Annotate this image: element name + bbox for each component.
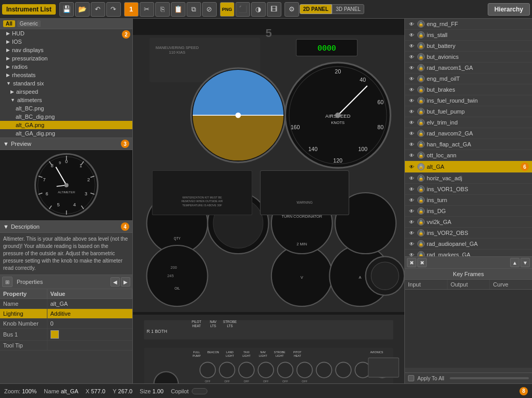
film-button[interactable]: 🎞	[267, 2, 281, 17]
tree-item-radios[interactable]: ▶ radios	[0, 63, 132, 71]
props-val-knob[interactable]: 0	[47, 319, 132, 329]
tree-item-standard-six[interactable]: ▼ standard six	[0, 79, 132, 88]
eye-icon-eng-rnd-ff[interactable]: 👁	[408, 20, 415, 28]
preview-header[interactable]: ▼ Preview 3	[0, 138, 132, 150]
hier-item-rad-navcom1-ga[interactable]: 👁 🔒 rad_navcom1_GA	[405, 63, 532, 73]
hier-item-han-flap[interactable]: 👁 🔒 han_flap_act_GA	[405, 139, 532, 150]
tree-item-airspeed[interactable]: ▶ airspeed	[0, 88, 132, 96]
tree-item-alt-ga-dig[interactable]: alt_GA_dig.png	[0, 129, 132, 138]
tree-item-altimeters[interactable]: ▼ altimeters	[0, 96, 132, 104]
hierarchy-list[interactable]: 👁 🔒 eng_rnd_FF 👁 🔒 ins_stall 👁 🔒 but_bat…	[405, 19, 532, 256]
svg-text:ALTIMETER: ALTIMETER	[57, 191, 75, 194]
hier-item-ins-turn[interactable]: 👁 🔒 ins_turn	[405, 195, 532, 206]
hier-item-but-fuel-pump[interactable]: 👁 🔒 but_fuel_pump	[405, 106, 532, 117]
props-next-button[interactable]: ▶	[121, 277, 130, 287]
hier-item-horiz-vac[interactable]: 👁 🔒 horiz_vac_adj	[405, 173, 532, 184]
hier-up-button[interactable]: ▲	[510, 258, 519, 267]
svg-rect-111	[368, 358, 399, 377]
svg-text:1: 1	[79, 163, 82, 168]
hier-item-vvi2k-ga[interactable]: 👁 🔒 vvi2k_GA	[405, 217, 532, 228]
tree-item-hud[interactable]: ▶ HUD	[0, 29, 132, 38]
hier-delete-left-button[interactable]: ✖	[407, 258, 416, 267]
tree-item-alt-bc-dig[interactable]: alt_BC_dig.png	[0, 113, 132, 121]
hier-item-but-avionics[interactable]: 👁 🔒 but_avionics	[405, 52, 532, 63]
duplicate-button[interactable]: ⧉	[187, 2, 201, 17]
props-row-knob: Knob Number 0	[0, 319, 132, 329]
hier-item-rad-audio[interactable]: 👁 🔒 rad_audiopanel_GA	[405, 239, 532, 250]
hier-item-ins-fuel[interactable]: 👁 🔒 ins_fuel_round_twin	[405, 95, 532, 106]
tree-item-alt-ga[interactable]: alt_GA.png	[0, 121, 132, 129]
hier-item-ins-vor1[interactable]: 👁 🔒 ins_VOR1_OBS	[405, 184, 532, 195]
zoom-value: 100%	[22, 388, 36, 394]
lock-icon-ins-stall[interactable]: 🔒	[417, 31, 425, 39]
3d-panel-button[interactable]: 3D PANEL	[332, 4, 364, 14]
hier-item-ott-loc-ann[interactable]: 👁 🔒 ott_loc_ann	[405, 150, 532, 161]
undo-button[interactable]: ↶	[91, 2, 105, 17]
copilot-toggle[interactable]	[192, 388, 207, 394]
cut-button[interactable]: ✂	[140, 2, 154, 17]
svg-text:LTS: LTS	[211, 324, 216, 328]
keyframes-scroll-area[interactable]	[405, 290, 532, 368]
tree-item-nav-displays[interactable]: ▶ nav displays	[0, 46, 132, 54]
hierarchy-button[interactable]: Hierarchy	[488, 3, 530, 16]
tree-item-rheostats[interactable]: ▶ rheostats	[0, 71, 132, 79]
settings-button[interactable]: ⚙	[284, 2, 299, 17]
hier-label-rad-audio: rad_audiopanel_GA	[427, 241, 478, 247]
tree-label-ios: IOS	[12, 39, 22, 45]
paste-button[interactable]: 📋	[171, 2, 185, 17]
apply-all-slider[interactable]	[450, 377, 529, 379]
props-val-tooltip[interactable]	[47, 341, 132, 351]
tree-item-alt-bc[interactable]: alt_BC.png	[0, 104, 132, 113]
hier-item-rad-navcom2-ga[interactable]: 👁 🔒 rad_navcom2_GA	[405, 128, 532, 139]
svg-text:80: 80	[377, 124, 383, 130]
props-icon-button[interactable]: ⊞	[2, 277, 13, 287]
copy-button[interactable]: ⎘	[155, 2, 170, 17]
props-prop-knob: Knob Number	[0, 319, 47, 329]
tree-label-nav-displays: nav displays	[12, 47, 44, 53]
lock-icon-eng-rnd-ff[interactable]: 🔒	[417, 20, 425, 28]
save-button[interactable]: 💾	[59, 2, 74, 17]
tree-label-alt-ga: alt_GA.png	[16, 122, 44, 128]
hier-item-alt-ga[interactable]: 👁 🔒 alt_GA 6	[405, 161, 532, 173]
y-value: 267.0	[118, 388, 133, 394]
bus1-checkbox[interactable]	[51, 330, 59, 339]
hier-item-eng-rnd-ff[interactable]: 👁 🔒 eng_rnd_FF	[405, 19, 532, 30]
svg-point-86	[297, 362, 313, 378]
2d-panel-button[interactable]: 2D PANEL	[300, 4, 332, 14]
hier-item-elv-trim-ind[interactable]: 👁 🔒 elv_trim_ind	[405, 117, 532, 128]
svg-text:BEACON: BEACON	[207, 351, 219, 354]
svg-text:40: 40	[360, 77, 366, 83]
hier-item-ins-stall[interactable]: 👁 🔒 ins_stall	[405, 30, 532, 41]
x-value: 577.0	[91, 388, 106, 394]
hier-item-rad-markers[interactable]: 👁 🔒 rad_markers_GA	[405, 250, 532, 256]
eye-icon-ins-stall[interactable]: 👁	[408, 31, 415, 39]
hier-label-eng-rnd-ff: eng_rnd_FF	[427, 21, 458, 27]
open-button[interactable]: 📂	[75, 2, 90, 17]
filter-generic-badge[interactable]: Generic	[17, 20, 41, 27]
hier-down-button[interactable]: ▼	[521, 258, 530, 267]
apply-all-checkbox[interactable]	[408, 375, 414, 381]
filter-all-badge[interactable]: All	[3, 20, 15, 27]
hier-item-ins-vor2[interactable]: 👁 🔒 ins_VOR2_OBS	[405, 228, 532, 239]
tree-item-ios[interactable]: ▶ IOS	[0, 38, 132, 46]
texture-button[interactable]: ◑	[251, 2, 266, 17]
hier-item-but-battery[interactable]: 👁 🔒 but_battery	[405, 41, 532, 52]
hier-label-alt-ga: alt_GA	[427, 164, 444, 170]
props-val-name[interactable]: alt_GA	[47, 299, 132, 309]
props-val-lighting[interactable]: Additive	[47, 309, 132, 319]
delete-button[interactable]: ⊘	[202, 2, 217, 17]
redo-button[interactable]: ↷	[106, 2, 121, 17]
hier-item-but-brakes[interactable]: 👁 🔒 but_brakes	[405, 84, 532, 95]
hier-delete-right-button[interactable]: ✖	[417, 258, 427, 267]
props-val-bus1[interactable]	[47, 329, 132, 341]
tree-item-pressurization[interactable]: ▶ pressurization	[0, 54, 132, 63]
hier-item-ins-dg[interactable]: 👁 🔒 ins_DG	[405, 206, 532, 217]
render-button[interactable]: ⬛	[236, 2, 250, 17]
props-prev-button[interactable]: ◀	[110, 277, 120, 287]
svg-point-85	[278, 362, 293, 378]
description-header[interactable]: ▼ Description 4	[0, 221, 132, 233]
svg-text:3: 3	[84, 191, 87, 196]
instrument-tree[interactable]: 2 ▶ HUD ▶ IOS ▶ nav displays ▶ pressuriz…	[0, 29, 132, 138]
png-button[interactable]: PNG	[220, 2, 234, 17]
hier-item-eng-md-oilt[interactable]: 👁 🔒 eng_md_oilT	[405, 73, 532, 84]
